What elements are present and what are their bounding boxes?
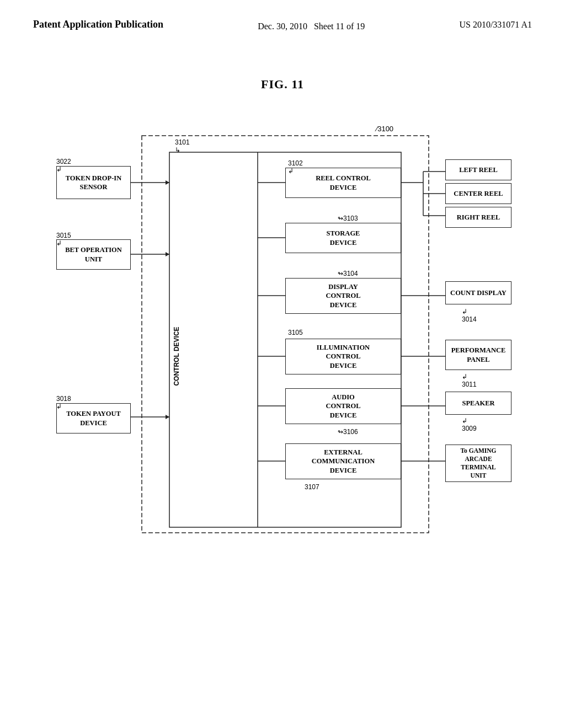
svg-marker-23 (166, 415, 169, 419)
label-3107: 3107 (305, 483, 319, 491)
box-right-reel: RIGHT REEL (445, 207, 511, 228)
publication-date-sheet: Dec. 30, 2010 Sheet 11 of 19 (258, 18, 365, 33)
control-device-label: CONTROL DEVICE (171, 301, 182, 411)
label-3102: 3102↲ (288, 159, 303, 175)
label-3022: 3022↲ (56, 158, 71, 173)
label-3009: ↲3009 (462, 417, 477, 432)
svg-marker-21 (166, 180, 169, 185)
box-center-reel: CENTER REEL (445, 183, 511, 204)
box-storage: STORAGEDEVICE (285, 223, 401, 253)
label-3015: 3015↲ (56, 232, 71, 247)
label-3018: 3018↲ (56, 395, 71, 410)
box-count-display: COUNT DISPLAY (445, 281, 511, 304)
box-gaming-arcade: To GAMINGARCADETERMINALUNIT (445, 445, 511, 482)
sheet-info: Sheet 11 of 19 (314, 22, 365, 31)
label-3106: ↬3106 (338, 428, 358, 436)
label-3105: 3105 (288, 329, 303, 336)
page-header: Patent Application Publication Dec. 30, … (0, 0, 565, 33)
label-3101: 3101↳ (175, 138, 190, 154)
diagram-container: ∕3100 3101↳ CONTROL DEVICE TOKEN DROP-IN… (45, 108, 520, 560)
box-left-reel: LEFT REEL (445, 159, 511, 180)
box-performance-panel: PERFORMANCEPANEL (445, 340, 511, 370)
label-3011: ↲3011 (462, 373, 477, 388)
label-3104: ↬3104 (338, 270, 358, 277)
label-3100: ∕3100 (376, 125, 393, 133)
label-3103: ↬3103 (338, 215, 358, 222)
box-audio-control: AUDIOCONTROLDEVICE (285, 388, 401, 424)
box-speaker: SPEAKER (445, 392, 511, 415)
box-illumination-control: ILLUMINATIONCONTROLDEVICE (285, 339, 401, 374)
box-display-control: DISPLAYCONTROLDEVICE (285, 278, 401, 314)
svg-marker-22 (166, 252, 169, 256)
figure-title: FIG. 11 (0, 77, 565, 92)
publication-date: Dec. 30, 2010 (258, 22, 307, 31)
publication-title: Patent Application Publication (33, 18, 163, 31)
publication-number: US 2010/331071 A1 (459, 18, 532, 30)
box-external-comm: EXTERNALCOMMUNICATIONDEVICE (285, 443, 401, 479)
label-3014: ↲3014 (462, 308, 477, 323)
